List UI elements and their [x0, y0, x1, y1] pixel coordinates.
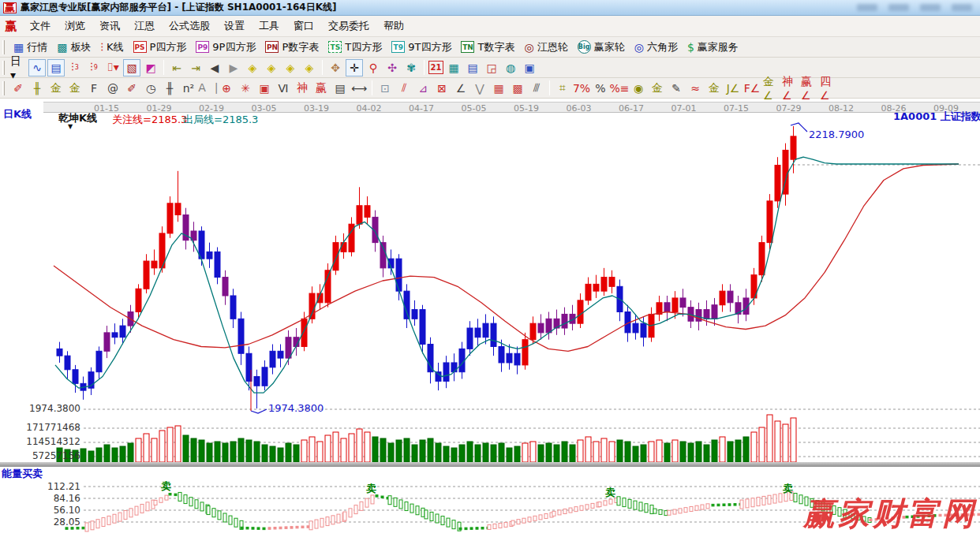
web-icon[interactable]: ◍ — [502, 59, 519, 76]
menu-news[interactable]: 资讯 — [92, 17, 127, 34]
gold-angle-icon[interactable]: 金∠ — [762, 80, 780, 97]
f-angle-icon[interactable]: F∠ — [743, 80, 761, 97]
menu-file[interactable]: 文件 — [23, 17, 58, 34]
width-arrow-icon[interactable]: ⟷ — [350, 80, 368, 97]
a-line-icon[interactable]: A⎹ — [199, 80, 216, 97]
zigzag-chart-icon[interactable]: ∿ — [28, 59, 46, 76]
square-grid-icon[interactable]: ▣ — [256, 80, 273, 97]
j-angle-icon[interactable]: J∠ — [724, 80, 742, 97]
k-mark-icon[interactable]: Ⅵ — [275, 80, 292, 97]
blue-box-icon[interactable]: ⊡ — [376, 80, 394, 97]
last-page-icon[interactable]: ⇥ — [187, 59, 204, 76]
menu-help[interactable]: 帮助 — [376, 17, 411, 34]
toolbar-grip[interactable] — [2, 61, 5, 75]
ninep-square-button[interactable]: P99P四方形 — [192, 39, 260, 56]
menu-tools[interactable]: 工具 — [252, 17, 286, 34]
slant-lines-icon[interactable]: ⫻ — [528, 80, 545, 97]
tick-ruler-icon[interactable]: ╫ — [161, 80, 178, 97]
zoom-in-h-icon[interactable]: ◈ — [263, 59, 280, 76]
menu-trade[interactable]: 交易委托 — [321, 17, 376, 34]
star-grid-icon[interactable]: ✳ — [237, 80, 254, 97]
circle-cross-icon[interactable]: ⊕ — [218, 80, 235, 97]
mini-bars-9-icon[interactable]: ⫶9 — [85, 59, 103, 76]
gold-lines2-icon[interactable]: 金 — [705, 80, 723, 97]
gann-tool-icon[interactable]: ✣ — [383, 59, 401, 76]
red-grid-icon[interactable]: ▦ — [490, 80, 507, 97]
toolbar-grip[interactable] — [2, 81, 5, 95]
color-histogram-icon[interactable]: ◩ — [142, 59, 159, 76]
shen-angle-icon[interactable]: 神∠ — [781, 80, 799, 97]
winner-service-button[interactable]: $赢家服务 — [683, 39, 742, 56]
period-day-dropdown-icon[interactable]: 日▾ — [9, 59, 27, 76]
chart-canvas[interactable]: 01-1501-2902-1903-0503-1904-0204-1705-05… — [0, 101, 980, 537]
f-grid-icon[interactable]: F — [85, 80, 103, 97]
wave-tool-icon[interactable]: ✾ — [402, 59, 420, 76]
angle-rays-icon[interactable]: ∠ — [452, 80, 469, 97]
n-squared-icon[interactable]: n² — [180, 80, 197, 97]
red-fan-box-icon[interactable]: ⊠ — [433, 80, 451, 97]
vee-lines-icon[interactable]: ⋁ — [471, 80, 488, 97]
ying-grid-icon[interactable]: 赢 — [312, 80, 330, 97]
doc-list-icon[interactable]: ▤ — [47, 59, 65, 76]
t-square-button[interactable]: TST四方形 — [324, 39, 386, 56]
pattern-box-icon[interactable]: ▧ — [123, 59, 140, 76]
grid-ruler-icon[interactable]: ╫ — [28, 80, 46, 97]
percent-icon[interactable]: % — [592, 80, 609, 97]
winner-wheel-button-label: 赢家轮 — [594, 40, 625, 54]
save-icon[interactable]: ◲ — [483, 59, 500, 76]
ying-angle-icon[interactable]: 赢∠ — [800, 80, 817, 97]
percent-lines-icon[interactable]: %≡ — [611, 80, 628, 97]
seven-percent-icon[interactable]: 7% — [573, 80, 590, 97]
percent-ruler-icon[interactable]: ⌗ — [554, 80, 571, 97]
mini-bars-3-icon[interactable]: ⫶3 — [66, 59, 84, 76]
gold-circle-icon[interactable]: ◉ — [630, 80, 647, 97]
quotes-button[interactable]: ▦行情 — [9, 39, 51, 56]
clock-cycle-icon[interactable]: ◷ — [142, 80, 159, 97]
red-fan-icon[interactable]: ⫽ — [395, 80, 413, 97]
title-bar[interactable]: 赢 赢家江恩专业版[赢家内部服务平台] - [上证指数 SH1A0001-164… — [0, 0, 980, 16]
zoom-in-v-icon[interactable]: ◈ — [301, 59, 318, 76]
gold-grid-icon[interactable]: 金 — [47, 80, 65, 97]
ninet-square-button[interactable]: T99T四方形 — [387, 39, 455, 56]
spiral-icon[interactable]: @ — [104, 80, 122, 97]
kline-button[interactable]: ⫶K线 — [96, 39, 127, 56]
ruler-123-icon[interactable]: ▤ — [331, 80, 349, 97]
winner-wheel-button[interactable]: Big赢家轮 — [574, 39, 629, 56]
computer-icon[interactable]: ▣ — [521, 59, 538, 76]
prev-icon[interactable]: ◀ — [206, 59, 223, 76]
toolbar-grip[interactable] — [2, 40, 5, 54]
first-page-icon[interactable]: ⇤ — [168, 59, 185, 76]
purple-fan-box-icon[interactable]: ⊿ — [414, 80, 432, 97]
calculator-icon[interactable]: ▦ — [445, 59, 462, 76]
candle-dropdown-icon[interactable]: ⌷▾ — [104, 59, 122, 76]
red-brush2-icon[interactable]: ✐ — [123, 80, 140, 97]
crosshair-tool-icon[interactable]: ✛ — [346, 59, 363, 76]
hand-tool-icon[interactable]: ✥ — [327, 59, 344, 76]
calendar-21-icon[interactable]: 21 — [428, 61, 443, 74]
zoom-out-h-icon[interactable]: ◈ — [244, 59, 261, 76]
red-wave-icon[interactable]: ≈ — [686, 80, 704, 97]
menu-settings[interactable]: 设置 — [217, 17, 252, 34]
pen-icon[interactable]: ✎ — [668, 80, 685, 97]
red-grid2-icon[interactable]: ▩ — [509, 80, 526, 97]
menu-window[interactable]: 窗口 — [286, 17, 321, 34]
zoom-out-v-icon[interactable]: ◈ — [282, 59, 299, 76]
menu-formula-stock-pick[interactable]: 公式选股 — [162, 17, 217, 34]
menu-gann[interactable]: 江恩 — [127, 17, 162, 34]
p-number-button[interactable]: PNP数字表 — [261, 39, 323, 56]
next-icon[interactable]: ▶ — [225, 59, 242, 76]
gann-wheel-button[interactable]: ◎江恩轮 — [520, 39, 571, 56]
gold-grid2-icon[interactable]: 金 — [66, 80, 84, 97]
p-square-button[interactable]: PSP四方形 — [129, 39, 191, 56]
shen-grid-icon[interactable]: 神 — [294, 80, 311, 97]
pane-splitter[interactable] — [0, 462, 980, 467]
notepad-icon[interactable]: ▤ — [464, 59, 481, 76]
angle-measure-icon[interactable]: ⚲ — [365, 59, 382, 76]
red-brush-icon[interactable]: ✐ — [9, 80, 27, 97]
four-angle-icon[interactable]: 四∠ — [819, 80, 836, 97]
hexagon-button[interactable]: ◎六角形 — [630, 39, 682, 56]
menu-browse[interactable]: 浏览 — [58, 17, 92, 34]
sectors-button[interactable]: ▩板块 — [53, 39, 95, 56]
gold-lines-icon[interactable]: 金 — [649, 80, 666, 97]
t-number-button[interactable]: TNT数字表 — [457, 39, 518, 56]
